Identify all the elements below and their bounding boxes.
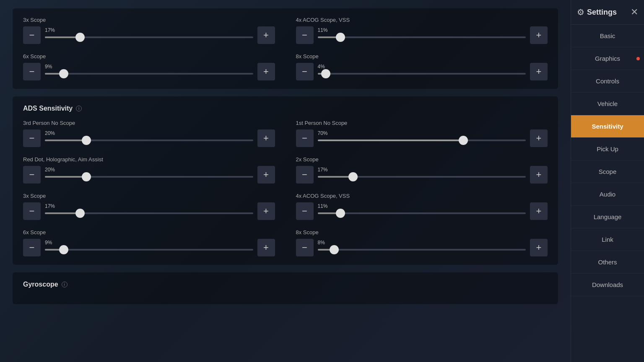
minus-btn-8x-scope-top[interactable]: −: [296, 63, 314, 80]
slider-group-6x-scope-top: 6x Scope − 9% +: [23, 53, 275, 80]
plus-btn-6x-scope-top[interactable]: +: [257, 63, 275, 80]
slider-label-8x-scope-top: 8x Scope: [296, 53, 548, 59]
slider-track-1st-person: [318, 140, 526, 141]
gyroscope-section: Gyroscope i: [13, 272, 558, 304]
slider-group-3x-scope-top: 3x Scope − 17% +: [23, 17, 275, 44]
slider-value-8x-scope-top: 4%: [318, 64, 325, 70]
minus-btn-8x-scope-ads[interactable]: −: [296, 239, 314, 256]
slider-row-3x-scope-ads: − 17% +: [23, 202, 275, 220]
slider-label-1st-person: 1st Person No Scope: [296, 120, 548, 126]
slider-group-4x-acog-ads: 4x ACOG Scope, VSS − 11% +: [296, 193, 548, 220]
slider-row-3x-scope-top: − 17% +: [23, 26, 275, 44]
slider-group-2x-scope-ads: 2x Scope − 17% +: [296, 156, 548, 184]
slider-track-container-4x-acog-top[interactable]: 11%: [318, 26, 526, 44]
slider-row-8x-scope-ads: − 8% +: [296, 239, 548, 256]
slider-value-1st-person: 70%: [318, 130, 328, 136]
sidebar-item-basic[interactable]: Basic: [571, 25, 644, 47]
plus-btn-2x-scope-ads[interactable]: +: [530, 166, 548, 184]
plus-btn-6x-scope-ads[interactable]: +: [257, 239, 275, 256]
slider-track-container-4x-acog-ads[interactable]: 11%: [318, 202, 526, 220]
slider-row-4x-acog-ads: − 11% +: [296, 202, 548, 220]
sidebar-item-audio[interactable]: Audio: [571, 183, 644, 206]
sidebar-item-pickup[interactable]: Pick Up: [571, 138, 644, 160]
slider-track-container-3x-scope-ads[interactable]: 17%: [45, 202, 253, 220]
minus-btn-red-dot[interactable]: −: [23, 166, 41, 184]
slider-label-red-dot: Red Dot, Holographic, Aim Assist: [23, 156, 275, 163]
slider-track-container-3rd-person[interactable]: 20%: [45, 129, 253, 147]
slider-track-container-red-dot[interactable]: 20%: [45, 166, 253, 184]
slider-group-red-dot: Red Dot, Holographic, Aim Assist − 20% +: [23, 156, 275, 184]
plus-btn-3x-scope-ads[interactable]: +: [257, 202, 275, 220]
slider-group-8x-scope-top: 8x Scope − 4% +: [296, 53, 548, 80]
slider-value-6x-scope-top: 9%: [45, 64, 52, 70]
minus-btn-6x-scope-top[interactable]: −: [23, 63, 41, 80]
slider-track-container-6x-scope-top[interactable]: 9%: [45, 63, 253, 80]
sidebar: ⚙ Settings ✕ Basic Graphics Controls Veh…: [571, 0, 644, 362]
ads-sliders-grid: 3rd Person No Scope − 20% + 1st Person N…: [23, 120, 548, 256]
slider-value-4x-acog-top: 11%: [318, 27, 328, 33]
plus-btn-3rd-person[interactable]: +: [257, 129, 275, 147]
minus-btn-3x-scope-top[interactable]: −: [23, 26, 41, 44]
sidebar-item-link[interactable]: Link: [571, 228, 644, 251]
slider-value-4x-acog-ads: 11%: [318, 203, 328, 209]
ads-sensitivity-info-icon[interactable]: i: [76, 106, 82, 111]
slider-value-3x-scope-top: 17%: [45, 27, 55, 33]
slider-track-container-1st-person[interactable]: 70%: [318, 129, 526, 147]
ads-sensitivity-title: ADS Sensitivity i: [23, 105, 548, 112]
sidebar-item-graphics[interactable]: Graphics: [571, 47, 644, 70]
minus-btn-3rd-person[interactable]: −: [23, 129, 41, 147]
slider-row-3rd-person: − 20% +: [23, 129, 275, 147]
settings-gear-icon: ⚙: [577, 7, 584, 17]
gyroscope-info-icon[interactable]: i: [62, 282, 68, 287]
slider-group-1st-person: 1st Person No Scope − 70% +: [296, 120, 548, 147]
minus-btn-3x-scope-ads[interactable]: −: [23, 202, 41, 220]
minus-btn-6x-scope-ads[interactable]: −: [23, 239, 41, 256]
slider-track-8x-scope-top: [318, 73, 526, 75]
slider-track-container-3x-scope-top[interactable]: 17%: [45, 26, 253, 44]
slider-row-6x-scope-ads: − 9% +: [23, 239, 275, 256]
camera-top-sliders-grid: 3x Scope − 17% + 4x ACOG Scope, VSS: [23, 17, 548, 80]
slider-track-container-8x-scope-top[interactable]: 4%: [318, 63, 526, 80]
slider-row-1st-person: − 70% +: [296, 129, 548, 147]
slider-row-8x-scope-top: − 4% +: [296, 63, 548, 80]
slider-track-container-8x-scope-ads[interactable]: 8%: [318, 239, 526, 256]
slider-group-6x-scope-ads: 6x Scope − 9% +: [23, 229, 275, 256]
plus-btn-8x-scope-top[interactable]: +: [530, 63, 548, 80]
slider-track-6x-scope-top: [45, 73, 253, 75]
slider-label-3rd-person: 3rd Person No Scope: [23, 120, 275, 126]
minus-btn-4x-acog-top[interactable]: −: [296, 26, 314, 44]
slider-label-6x-scope-ads: 6x Scope: [23, 229, 275, 235]
sidebar-item-language[interactable]: Language: [571, 206, 644, 228]
slider-track-container-6x-scope-ads[interactable]: 9%: [45, 239, 253, 256]
slider-label-3x-scope-ads: 3x Scope: [23, 193, 275, 199]
sidebar-item-others[interactable]: Others: [571, 251, 644, 274]
slider-track-3x-scope-ads: [45, 212, 253, 214]
sidebar-item-controls[interactable]: Controls: [571, 70, 644, 93]
slider-track-6x-scope-ads: [45, 249, 253, 251]
minus-btn-2x-scope-ads[interactable]: −: [296, 166, 314, 184]
slider-track-3x-scope-top: [45, 36, 253, 38]
plus-btn-4x-acog-ads[interactable]: +: [530, 202, 548, 220]
plus-btn-1st-person[interactable]: +: [530, 129, 548, 147]
close-button[interactable]: ✕: [631, 7, 638, 18]
sidebar-item-scope[interactable]: Scope: [571, 160, 644, 183]
slider-track-3rd-person: [45, 140, 253, 141]
slider-track-red-dot: [45, 176, 253, 178]
slider-row-4x-acog-top: − 11% +: [296, 26, 548, 44]
ads-sensitivity-section: ADS Sensitivity i 3rd Person No Scope − …: [13, 96, 558, 265]
slider-label-4x-acog-ads: 4x ACOG Scope, VSS: [296, 193, 548, 199]
plus-btn-8x-scope-ads[interactable]: +: [530, 239, 548, 256]
plus-btn-red-dot[interactable]: +: [257, 166, 275, 184]
plus-btn-3x-scope-top[interactable]: +: [257, 26, 275, 44]
sidebar-item-vehicle[interactable]: Vehicle: [571, 93, 644, 115]
slider-track-container-2x-scope-ads[interactable]: 17%: [318, 166, 526, 184]
plus-btn-4x-acog-top[interactable]: +: [530, 26, 548, 44]
sidebar-item-downloads[interactable]: Downloads: [571, 274, 644, 296]
main-content: 3x Scope − 17% + 4x ACOG Scope, VSS: [0, 0, 571, 362]
slider-group-8x-scope-ads: 8x Scope − 8% +: [296, 229, 548, 256]
minus-btn-1st-person[interactable]: −: [296, 129, 314, 147]
slider-group-3x-scope-ads: 3x Scope − 17% +: [23, 193, 275, 220]
slider-value-6x-scope-ads: 9%: [45, 240, 52, 246]
minus-btn-4x-acog-ads[interactable]: −: [296, 202, 314, 220]
sidebar-item-sensitivity[interactable]: Sensitivity: [571, 115, 644, 138]
